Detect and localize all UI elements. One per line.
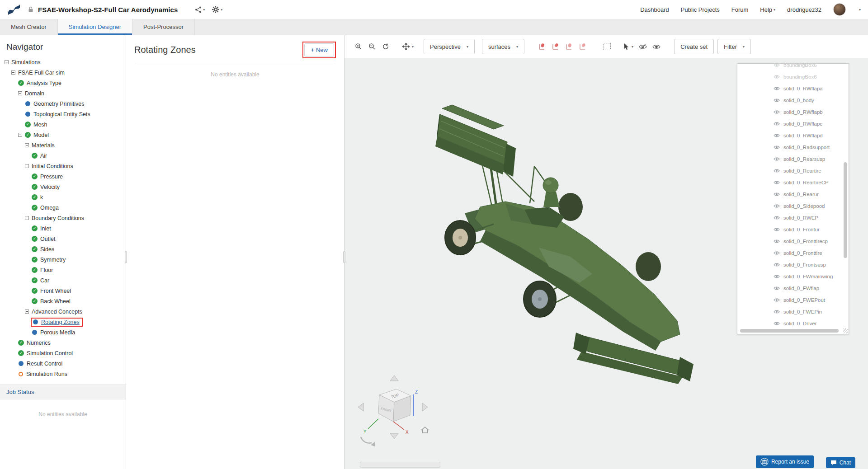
tree-item-outlet[interactable]: ✓Outlet [0, 234, 126, 244]
tree-item-model[interactable]: ✓Model [0, 130, 126, 140]
tree-item-simulations[interactable]: Simulations [0, 57, 126, 67]
tree-item-topological-entity-sets[interactable]: Topological Entity Sets [0, 109, 126, 119]
rotate-down-arrow[interactable] [390, 433, 398, 439]
rotate-left-arrow[interactable] [358, 403, 363, 411]
rotate-roll-arrow[interactable] [361, 437, 372, 443]
show-all-icon[interactable] [650, 40, 663, 53]
scene-tree-vertical-scrollbar[interactable] [844, 162, 847, 258]
scene-item-solid-0-rwflapd[interactable]: solid_0_RWflapd [737, 130, 849, 141]
scene-tree-horizontal-scrollbar[interactable] [740, 329, 839, 333]
nav-forum[interactable]: Forum [731, 6, 749, 13]
scene-item-solid-0-radsupport[interactable]: solid_0_Radsupport [737, 141, 849, 153]
tree-item-initial-conditions[interactable]: Initial Conditions [0, 161, 126, 171]
visibility-eye-icon[interactable] [774, 216, 780, 220]
scene-item-solid-0-reartirecp[interactable]: solid_0_ReartireCP [737, 177, 849, 188]
chevron-down-icon[interactable]: ▾ [859, 8, 861, 12]
collapse-minus-icon[interactable] [18, 91, 22, 95]
navigator-resize-grip[interactable] [125, 251, 127, 263]
settings-gear-icon[interactable]: ▾ [210, 4, 224, 15]
tree-item-k[interactable]: ✓k [0, 192, 126, 202]
tree-item-car[interactable]: ✓Car [0, 275, 126, 286]
refresh-icon[interactable] [379, 40, 392, 53]
viewport-bottom-scrollbar[interactable] [360, 462, 440, 468]
tree-item-floor[interactable]: ✓Floor [0, 265, 126, 275]
tree-item-air[interactable]: ✓Air [0, 150, 126, 161]
tree-item-simulation-runs[interactable]: Simulation Runs [0, 369, 126, 379]
scene-item-solid-0-driver[interactable]: solid_0_Driver [737, 318, 849, 328]
scene-item-solid-0-fronttire[interactable]: solid_0_Fronttire [737, 247, 849, 259]
pan-tool-dropdown[interactable]: ▾ [400, 40, 416, 53]
nav-dashboard[interactable]: Dashboard [640, 6, 669, 13]
user-avatar[interactable] [833, 3, 846, 16]
tree-item-rotating-zones[interactable]: Rotating Zones [0, 317, 126, 327]
tab-mesh-creator[interactable]: Mesh Creator [0, 19, 58, 35]
filter-dropdown[interactable]: Filter ▾ [717, 39, 751, 54]
tree-item-back-wheel[interactable]: ✓Back Wheel [0, 296, 126, 306]
collapse-minus-icon[interactable] [5, 60, 9, 64]
scene-item-solid-0-reartire[interactable]: solid_0_Reartire [737, 165, 849, 177]
tree-item-front-wheel[interactable]: ✓Front Wheel [0, 286, 126, 296]
create-set-button[interactable]: Create set [674, 39, 714, 54]
chat-button[interactable]: Chat [826, 457, 855, 468]
tree-item-velocity[interactable]: ✓Velocity [0, 182, 126, 192]
scene-item-boundingbox6[interactable]: boundingBox6 [737, 64, 849, 71]
panel-resize-grip[interactable] [343, 251, 345, 263]
scene-tree-resize-grip[interactable] [843, 328, 848, 333]
tree-item-domain[interactable]: Domain [0, 88, 126, 98]
nav-help[interactable]: Help▾ [760, 6, 775, 13]
collapse-minus-icon[interactable] [18, 133, 22, 137]
visibility-eye-icon[interactable] [774, 157, 780, 161]
scene-item-solid-0-fronttirecp[interactable]: solid_0_Fronttirecp [737, 235, 849, 247]
zoom-in-icon[interactable] [352, 40, 365, 53]
tree-item-pressure[interactable]: ✓Pressure [0, 171, 126, 182]
collapse-minus-icon[interactable] [25, 143, 29, 147]
scene-item-solid-0-fwmainwing[interactable]: solid_0_FWmainwing [737, 271, 849, 282]
app-logo[interactable] [7, 3, 21, 16]
visibility-eye-icon[interactable] [774, 86, 780, 91]
visibility-eye-icon[interactable] [774, 204, 780, 208]
scene-item-solid-0-rwflapc[interactable]: solid_0_RWflapc [737, 118, 849, 130]
zoom-out-icon[interactable] [365, 40, 379, 53]
scene-item-solid-0-rearsusp[interactable]: solid_0_Rearsusp [737, 153, 849, 165]
visibility-eye-icon[interactable] [774, 298, 780, 302]
perspective-dropdown[interactable]: Perspective ▾ [424, 39, 475, 54]
tree-item-numerics[interactable]: ✓Numerics [0, 338, 126, 348]
view-cube[interactable]: TOP FRONT Z Y X [354, 375, 440, 454]
nav-public-projects[interactable]: Public Projects [681, 6, 720, 13]
collapse-minus-icon[interactable] [25, 216, 29, 220]
rotate-up-arrow[interactable] [390, 375, 398, 381]
scene-item-solid-0-rwflapa[interactable]: solid_0_RWflapa [737, 83, 849, 94]
tree-item-porous-media[interactable]: Porous Media [0, 327, 126, 338]
visibility-eye-icon[interactable] [774, 169, 780, 173]
visibility-eye-icon[interactable] [774, 133, 780, 138]
visibility-eye-icon[interactable] [774, 251, 780, 255]
job-status-header[interactable]: Job Status [0, 385, 126, 399]
visibility-eye-icon[interactable] [774, 274, 780, 279]
tree-item-result-control[interactable]: Result Control [0, 358, 126, 369]
visibility-eye-icon[interactable] [774, 98, 780, 103]
scene-item-solid-0-rwep[interactable]: solid_0_RWEP [737, 212, 849, 224]
section-axis-tool-icon-4[interactable] [576, 40, 590, 53]
scene-item-solid-0-fwepin[interactable]: solid_0_FWEPin [737, 306, 849, 318]
tree-item-fsae-full-car-sim[interactable]: FSAE Full Car sim [0, 67, 126, 78]
rotate-right-arrow[interactable] [422, 403, 428, 411]
collapse-minus-icon[interactable] [25, 164, 29, 168]
new-button[interactable]: + New [304, 43, 334, 56]
scene-item-solid-0-sidepood[interactable]: solid_0_Sidepood [737, 200, 849, 212]
surfaces-dropdown[interactable]: surfaces ▾ [482, 39, 524, 54]
tree-item-analysis-type[interactable]: ✓Analysis Type [0, 78, 126, 88]
section-axis-tool-icon-3[interactable] [562, 40, 576, 53]
scene-item-solid-0-body[interactable]: solid_0_body [737, 94, 849, 106]
tree-item-symmetry[interactable]: ✓Symmetry [0, 254, 126, 265]
visibility-eye-icon[interactable] [774, 75, 780, 79]
scene-item-solid-0-frontsusp[interactable]: solid_0_Frontsusp [737, 259, 849, 271]
collapse-minus-icon[interactable] [25, 310, 29, 314]
scene-item-solid-0-frontur[interactable]: solid_0_Frontur [737, 224, 849, 235]
hide-selection-icon[interactable] [636, 40, 650, 53]
visibility-eye-icon[interactable] [774, 239, 780, 244]
visibility-eye-icon[interactable] [774, 192, 780, 197]
visibility-eye-icon[interactable] [774, 227, 780, 232]
box-select-icon[interactable] [600, 40, 614, 53]
scene-item-solid-0-fwepout[interactable]: solid_0_FWEPout [737, 294, 849, 306]
scene-item-solid-0-rwflapb[interactable]: solid_0_RWflapb [737, 106, 849, 118]
